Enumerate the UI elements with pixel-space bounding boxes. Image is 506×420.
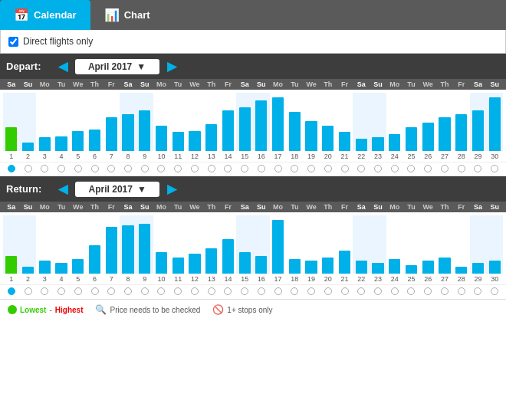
- radio-dot-29[interactable]: [491, 287, 498, 295]
- bar-col-18[interactable]: [303, 215, 320, 274]
- radio-dot-8[interactable]: [141, 165, 149, 172]
- tab-calendar[interactable]: 📅 Calendar: [0, 0, 90, 30]
- bar-col-29[interactable]: [486, 93, 503, 151]
- radio-dot-15[interactable]: [258, 165, 265, 172]
- direct-flights-checkbox[interactable]: [8, 37, 18, 47]
- radio-dot-7[interactable]: [124, 287, 132, 295]
- radio-dot-11[interactable]: [191, 287, 199, 295]
- radio-dot-10[interactable]: [174, 165, 182, 172]
- bar-col-1[interactable]: [20, 215, 37, 274]
- radio-dot-13[interactable]: [224, 287, 232, 295]
- radio-dot-26[interactable]: [441, 165, 449, 172]
- radio-dot-10[interactable]: [174, 287, 182, 295]
- bar-col-29[interactable]: [486, 215, 503, 274]
- radio-dot-20[interactable]: [341, 287, 349, 295]
- bar-col-9[interactable]: [153, 93, 170, 151]
- bar-col-8[interactable]: [136, 215, 153, 274]
- radio-dot-25[interactable]: [424, 287, 432, 295]
- radio-dot-27[interactable]: [458, 165, 465, 172]
- bar-col-11[interactable]: [186, 215, 203, 274]
- radio-dot-21[interactable]: [357, 165, 365, 172]
- radio-dot-5[interactable]: [91, 165, 99, 172]
- radio-dot-29[interactable]: [491, 165, 498, 172]
- bar-col-12[interactable]: [203, 215, 220, 274]
- radio-dot-3[interactable]: [58, 287, 65, 295]
- radio-dot-0[interactable]: [8, 287, 15, 295]
- bar-col-13[interactable]: [220, 215, 237, 274]
- bar-col-2[interactable]: [36, 215, 53, 274]
- bar-col-17[interactable]: [286, 215, 303, 274]
- radio-dot-2[interactable]: [41, 165, 48, 172]
- depart-month-box[interactable]: April 2017 ▼: [75, 59, 159, 74]
- bar-col-14[interactable]: [236, 215, 253, 274]
- radio-dot-17[interactable]: [291, 287, 298, 295]
- radio-dot-22[interactable]: [374, 287, 382, 295]
- bar-col-6[interactable]: [103, 215, 120, 274]
- radio-dot-2[interactable]: [41, 287, 48, 295]
- radio-dot-13[interactable]: [224, 165, 232, 172]
- radio-dot-9[interactable]: [157, 287, 165, 295]
- bar-col-16[interactable]: [270, 215, 287, 274]
- radio-dot-20[interactable]: [341, 165, 349, 172]
- bar-col-22[interactable]: [370, 215, 386, 274]
- radio-dot-24[interactable]: [407, 287, 415, 295]
- bar-col-15[interactable]: [253, 215, 270, 274]
- bar-col-7[interactable]: [120, 93, 136, 151]
- bar-col-24[interactable]: [403, 215, 420, 274]
- radio-dot-15[interactable]: [258, 287, 265, 295]
- return-prev-month[interactable]: ◀: [54, 180, 72, 198]
- bar-col-2[interactable]: [36, 93, 53, 151]
- radio-dot-12[interactable]: [208, 287, 215, 295]
- radio-dot-3[interactable]: [58, 165, 65, 172]
- bar-col-27[interactable]: [453, 215, 470, 274]
- bar-col-3[interactable]: [53, 93, 70, 151]
- radio-dot-16[interactable]: [274, 287, 282, 295]
- bar-col-14[interactable]: [236, 93, 253, 151]
- radio-dot-24[interactable]: [407, 165, 415, 172]
- radio-dot-8[interactable]: [141, 287, 149, 295]
- radio-dot-27[interactable]: [458, 287, 465, 295]
- bar-col-18[interactable]: [303, 93, 320, 151]
- bar-col-26[interactable]: [436, 93, 453, 151]
- bar-col-20[interactable]: [337, 93, 353, 151]
- bar-col-7[interactable]: [120, 215, 136, 274]
- bar-col-22[interactable]: [370, 93, 386, 151]
- bar-col-17[interactable]: [286, 93, 303, 151]
- radio-dot-9[interactable]: [157, 165, 165, 172]
- bar-col-23[interactable]: [386, 215, 403, 274]
- bar-col-6[interactable]: [103, 93, 120, 151]
- radio-dot-6[interactable]: [107, 165, 115, 172]
- depart-prev-month[interactable]: ◀: [54, 57, 72, 75]
- radio-dot-19[interactable]: [324, 287, 332, 295]
- radio-dot-12[interactable]: [208, 165, 215, 172]
- bar-col-24[interactable]: [403, 93, 420, 151]
- radio-dot-0[interactable]: [8, 165, 15, 172]
- radio-dot-23[interactable]: [391, 165, 399, 172]
- bar-col-25[interactable]: [419, 215, 436, 274]
- radio-dot-14[interactable]: [241, 287, 248, 295]
- return-month-box[interactable]: April 2017 ▼: [75, 182, 159, 197]
- radio-dot-22[interactable]: [374, 165, 382, 172]
- radio-dot-18[interactable]: [307, 287, 315, 295]
- radio-dot-19[interactable]: [324, 165, 332, 172]
- bar-col-19[interactable]: [320, 215, 337, 274]
- return-next-month[interactable]: ▶: [163, 180, 181, 198]
- bar-col-28[interactable]: [470, 93, 487, 151]
- bar-col-23[interactable]: [386, 93, 403, 151]
- radio-dot-4[interactable]: [74, 165, 82, 172]
- radio-dot-26[interactable]: [441, 287, 449, 295]
- bar-col-19[interactable]: [320, 93, 337, 151]
- bar-col-4[interactable]: [70, 93, 87, 151]
- bar-col-1[interactable]: [20, 93, 37, 151]
- radio-dot-6[interactable]: [107, 287, 115, 295]
- radio-dot-16[interactable]: [274, 165, 282, 172]
- bar-col-25[interactable]: [419, 93, 436, 151]
- radio-dot-1[interactable]: [25, 287, 32, 295]
- bar-col-21[interactable]: [353, 215, 370, 274]
- bar-col-10[interactable]: [169, 215, 186, 274]
- bar-col-21[interactable]: [353, 93, 370, 151]
- bar-col-11[interactable]: [186, 93, 203, 151]
- radio-dot-18[interactable]: [307, 165, 315, 172]
- radio-dot-1[interactable]: [25, 165, 32, 172]
- bar-col-5[interactable]: [87, 93, 104, 151]
